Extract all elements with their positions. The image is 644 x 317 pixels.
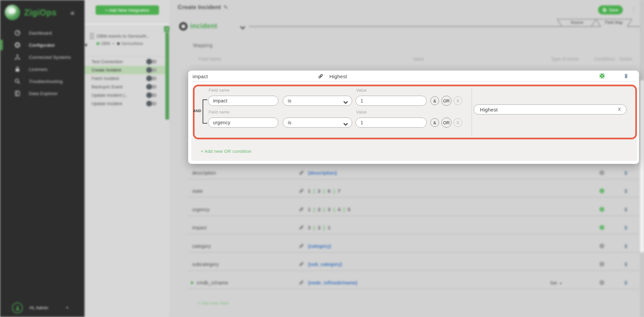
sidebar-item-troubleshooting[interactable]: Troubleshooting <box>0 75 85 87</box>
entity-selector[interactable]: incident <box>190 22 217 30</box>
conditions-gear-icon[interactable] <box>599 261 605 267</box>
link-icon <box>299 243 304 249</box>
type-of-action-dropdown[interactable]: Set▾ <box>550 280 561 285</box>
add-new-field-button[interactable]: + Add new field <box>197 301 228 306</box>
row-field-name: urgency <box>192 207 210 212</box>
sidebar-item-label: Data Explorer <box>29 91 58 96</box>
operation-item-update-incident[interactable]: Update Incident (... <box>85 91 165 99</box>
value-separator: || <box>313 225 316 230</box>
value-token: {sub_category} <box>308 262 342 267</box>
operation-label: Fetch Incident <box>92 76 119 81</box>
add-or-condition-button[interactable]: + Add new OR condition <box>201 149 252 154</box>
operation-toggle[interactable] <box>147 77 157 80</box>
licenses-icon <box>14 66 21 73</box>
column-header-type-of-action: Type of Action <box>551 57 579 61</box>
delete-row-icon[interactable] <box>623 225 629 230</box>
source-status-dot <box>97 42 99 45</box>
panel-collapse-arrow-icon[interactable] <box>85 43 87 47</box>
sidebar-collapse-icon[interactable]: « <box>70 9 74 17</box>
conditions-gear-icon[interactable] <box>599 73 605 79</box>
and-condition-button[interactable]: & <box>430 96 439 105</box>
user-menu-caret-icon[interactable]: ▲ <box>66 306 69 309</box>
more-options-icon[interactable]: ⋮ <box>631 6 636 13</box>
conditions-gear-icon[interactable] <box>599 188 605 194</box>
focused-mapping-card: impact Highest AND X Field nameisValue&O… <box>188 71 639 164</box>
edit-title-icon[interactable]: ✎ <box>224 4 228 10</box>
condition-field-input[interactable] <box>208 118 278 127</box>
sidebar-item-data-explorer[interactable]: Data Explorer <box>0 87 85 99</box>
value-separator: || <box>323 207 325 212</box>
tab-field-map[interactable]: Field Map <box>602 20 626 25</box>
sidebar-item-configurator[interactable]: Configurator <box>0 39 85 51</box>
operation-toggle[interactable] <box>147 93 157 97</box>
sidebar-item-licenses[interactable]: Licenses <box>0 63 85 75</box>
table-row: category{category} <box>188 234 639 253</box>
panel-scrollbar[interactable] <box>165 32 169 120</box>
or-condition-button[interactable]: OR <box>441 96 451 106</box>
conditions-gear-icon[interactable] <box>599 207 605 212</box>
value-option: 4 <box>338 207 340 212</box>
result-value-input[interactable] <box>474 105 626 114</box>
user-row[interactable]: Hi, Admin ▲ <box>0 302 85 317</box>
condition-operator-select[interactable]: is <box>283 96 352 105</box>
value-label: Value <box>356 110 367 115</box>
remove-condition-button[interactable]: X <box>453 118 462 127</box>
condition-value-input[interactable] <box>356 96 426 105</box>
operation-toggle[interactable] <box>147 85 157 89</box>
delete-row-icon[interactable] <box>623 188 629 194</box>
delete-row-icon[interactable] <box>623 73 629 79</box>
condition-field-pill <box>208 118 278 128</box>
operation-item-update-incident[interactable]: Update Incident <box>85 99 165 108</box>
operation-label: Update Incident <box>92 101 122 106</box>
condition-operator-select[interactable]: is <box>283 118 352 127</box>
panel-add-button[interactable]: + <box>164 26 169 32</box>
row-field-name: impact <box>192 225 207 230</box>
operation-label: Create Incident <box>92 67 121 73</box>
operation-toggle[interactable] <box>147 68 157 72</box>
operation-item-create-incident[interactable]: Create Incident <box>85 66 165 74</box>
condition-value-input[interactable] <box>356 118 426 127</box>
conditions-gear-icon[interactable] <box>599 225 605 230</box>
main-scrollbar-thumb[interactable] <box>640 80 644 253</box>
value-token: {node_ref/node/name} <box>308 280 358 285</box>
operation-item-fetch-incident[interactable]: Fetch Incident <box>85 74 165 83</box>
mapping-rows: description{description}state1||2||6||7u… <box>188 161 639 289</box>
and-condition-button[interactable]: & <box>430 118 439 127</box>
user-greeting: Hi, Admin <box>30 305 48 310</box>
entity-caret-icon[interactable] <box>240 25 245 31</box>
clear-result-button[interactable]: X <box>618 107 621 112</box>
delete-row-icon[interactable] <box>623 261 629 267</box>
tab-source[interactable]: Source <box>567 20 587 25</box>
operation-toggle[interactable] <box>147 60 157 63</box>
conditions-gear-icon[interactable] <box>599 280 605 285</box>
sidebar-item-connected-systems[interactable]: Connected Systems <box>0 51 85 63</box>
conditions-gear-icon[interactable] <box>599 243 605 249</box>
delete-row-icon[interactable] <box>623 243 629 249</box>
operation-toggle[interactable] <box>147 102 157 105</box>
expand-arrow-icon[interactable] <box>191 281 194 284</box>
value-option: 6 <box>328 188 330 194</box>
value-separator: || <box>343 207 345 212</box>
integration-title[interactable]: OBM events to ServiceN... <box>97 34 160 39</box>
operation-item-test-connection[interactable]: Test Connection <box>85 57 165 66</box>
route-arrow: > <box>112 41 114 46</box>
value-separator: || <box>313 207 316 212</box>
sidebar-item-dashboard[interactable]: Dashboard <box>0 27 85 39</box>
divider <box>85 56 169 57</box>
delete-row-icon[interactable] <box>623 280 629 285</box>
delete-row-icon[interactable] <box>623 207 629 212</box>
condition-field-input[interactable] <box>208 96 278 105</box>
delete-row-icon[interactable] <box>623 170 629 176</box>
or-condition-button[interactable]: OR <box>441 118 451 128</box>
value-option: 1 <box>308 207 311 212</box>
remove-condition-button[interactable]: X <box>453 96 462 105</box>
divider <box>193 81 635 82</box>
add-new-integration-button[interactable]: + Add New Integration <box>96 5 159 15</box>
page-title: Create Incident✎ <box>178 4 228 11</box>
drag-grip-icon[interactable] <box>90 33 95 42</box>
divider <box>85 24 169 25</box>
operation-item-backsync-event[interactable]: Backsync Event <box>85 83 165 91</box>
save-button[interactable]: Save <box>598 5 623 14</box>
field-name-label: Field name <box>209 110 229 115</box>
conditions-gear-icon[interactable] <box>599 170 605 176</box>
